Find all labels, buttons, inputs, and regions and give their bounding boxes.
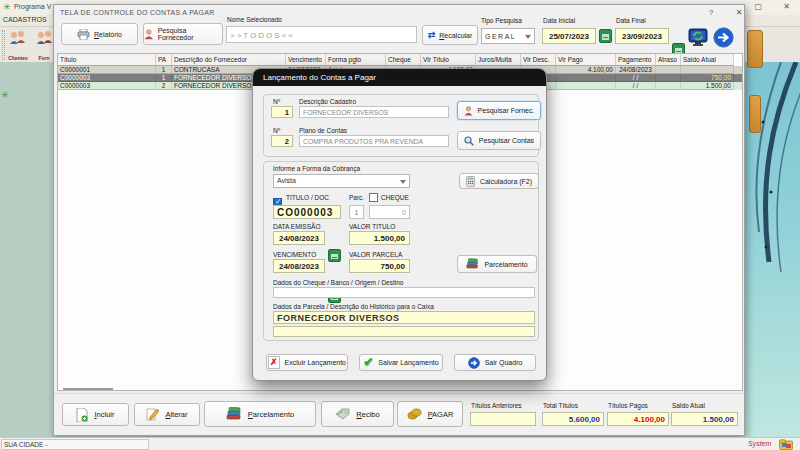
- parcelamento-button[interactable]: Parcelamento: [204, 401, 316, 427]
- column-header[interactable]: Descrição do Fornecedor: [172, 54, 286, 66]
- valor-titulo-field[interactable]: 1.500,00: [349, 231, 410, 245]
- receipt-tag-icon: [335, 408, 350, 420]
- calculadora-button[interactable]: Calculadora (F2): [459, 173, 539, 189]
- data-final-field[interactable]: 23/09/2023: [615, 28, 669, 44]
- n2-label: Nº: [273, 127, 280, 134]
- table-cell: [656, 66, 681, 74]
- refresh-monitor-button[interactable]: [688, 27, 708, 51]
- person-search-icon: [464, 106, 473, 116]
- person-icon: [144, 29, 154, 40]
- recibo-button[interactable]: Recibo: [321, 401, 394, 427]
- desktop-shortcut-icon[interactable]: [747, 30, 763, 68]
- column-header[interactable]: Título: [58, 54, 156, 66]
- table-cell: 750,00: [681, 74, 734, 82]
- menu-cadastros[interactable]: CADASTROS: [3, 16, 47, 23]
- data-inicial-field[interactable]: 25/07/2023: [542, 28, 596, 44]
- salvar-lancamento-button[interactable]: ✔ Salvar Lançamento: [359, 354, 443, 371]
- excluir-label: Excluir Lançamento: [285, 359, 346, 366]
- cheque-checkbox[interactable]: [369, 193, 378, 202]
- column-header[interactable]: Atraso: [656, 54, 681, 66]
- pagar-button[interactable]: PAGAR: [397, 401, 463, 427]
- titulo-doc-label: TITULO / DOC: [286, 194, 329, 201]
- table-cell: C0000003: [58, 74, 156, 82]
- dialog-titlebar[interactable]: Lançamento do Contas a Pagar: [253, 69, 546, 86]
- data-emissao-field[interactable]: 24/08/2023: [273, 231, 325, 245]
- saldo-atual-field: 1.500,00: [671, 412, 738, 426]
- titulos-pagos-label: Títulos Pagos: [608, 402, 648, 409]
- column-header[interactable]: Vlr Pago: [556, 54, 616, 66]
- desktop-shortcut-icon-2[interactable]: [749, 95, 761, 133]
- column-header[interactable]: Cheque: [386, 54, 421, 66]
- pesquisar-contas-button[interactable]: Pesquisar Contas: [457, 131, 541, 150]
- salvar-label: Salvar Lançamento: [378, 359, 438, 366]
- plano-numero-field[interactable]: 2: [271, 135, 293, 147]
- pagar-label: PAGAR: [428, 410, 454, 419]
- valor-titulo-label: VALOR TITULO: [349, 223, 395, 230]
- nome-selecionado-field[interactable]: >>TODOS<<: [226, 26, 417, 43]
- chevron-down-icon: [400, 180, 406, 184]
- column-header[interactable]: Juros/Multa: [476, 54, 521, 66]
- calendar-icon-emissao[interactable]: [328, 249, 341, 262]
- pesquisa-fornecedor-button[interactable]: Pesquisa Fornecedor: [143, 23, 223, 45]
- cadastro-numero-field[interactable]: 1: [271, 106, 293, 118]
- excluir-lancamento-button[interactable]: ✗ Excluir Lançamento: [266, 354, 348, 371]
- pesquisar-fornec-button[interactable]: Pesquisar Fornec.: [457, 101, 541, 120]
- incluir-button[interactable]: Incluir: [62, 403, 129, 426]
- forma-cobranca-value: Avista: [277, 177, 296, 184]
- help-icon[interactable]: ?: [704, 7, 718, 19]
- sair-quadro-button[interactable]: Sair Quadro: [454, 354, 536, 371]
- titulos-anteriores-field: [470, 412, 536, 426]
- parent-restore-icon[interactable]: ▢: [754, 2, 762, 11]
- column-header[interactable]: PA: [156, 54, 172, 66]
- titulo-doc-field[interactable]: CO000003: [273, 205, 341, 219]
- data-inicial-label: Data Inicial: [543, 17, 575, 24]
- column-header[interactable]: Pagamento: [616, 54, 656, 66]
- alterar-label: Alterar: [165, 410, 187, 419]
- parent-close-icon[interactable]: ✕: [783, 2, 790, 11]
- dados-cheque-field[interactable]: [273, 287, 535, 298]
- clients-people-icon: [8, 30, 28, 52]
- plano-contas-field[interactable]: COMPRA PRODUTOS PRA REVENDA: [299, 135, 449, 147]
- table-cell: 4.100,00: [556, 66, 616, 74]
- status-city: SUA CIDADE -: [1, 439, 149, 450]
- recalcular-button[interactable]: ⇄ Recalcular: [422, 25, 478, 45]
- vencimento-field[interactable]: 24/08/2023: [273, 259, 325, 273]
- calendar-icon-inicial[interactable]: [599, 29, 612, 43]
- suppliers-people-icon: [34, 30, 54, 52]
- exit-round-button[interactable]: [713, 27, 734, 52]
- vencimento-label: VENCIMENTO: [273, 251, 316, 258]
- column-header[interactable]: Vencimento: [286, 54, 326, 66]
- tipo-pesquisa-value: GERAL: [485, 33, 516, 40]
- descricao-cadastro-field[interactable]: FORNECEDOR DIVERSOS: [299, 106, 449, 118]
- historico-extra-field[interactable]: [273, 326, 535, 337]
- window-footer: Incluir Alterar Parcelamento Recibo PAGA…: [54, 393, 744, 435]
- forma-cobranca-select[interactable]: Avista: [273, 174, 410, 188]
- dialog-parcelamento-button[interactable]: Parcelamento: [457, 255, 537, 273]
- column-header[interactable]: Forma pgto: [326, 54, 386, 66]
- table-cell: [656, 74, 681, 82]
- close-icon[interactable]: ✕: [732, 7, 746, 19]
- historico-field[interactable]: FORNECEDOR DIVERSOS: [273, 311, 535, 324]
- tipo-pesquisa-select[interactable]: GERAL: [481, 28, 535, 44]
- alterar-button[interactable]: Alterar: [134, 403, 200, 426]
- pesquisar-fornec-label: Pesquisar Fornec.: [478, 107, 535, 114]
- column-header[interactable]: Vlr Título: [421, 54, 476, 66]
- parent-window-title: Programa V: [14, 3, 51, 10]
- table-cell: C0000001: [58, 66, 156, 74]
- valor-parcela-field[interactable]: 750,00: [349, 259, 410, 273]
- toolbar-fornecedores-button[interactable]: Forn: [33, 30, 55, 60]
- column-header[interactable]: Saldo Atual: [681, 54, 734, 66]
- horizontal-scrollbar[interactable]: [63, 388, 113, 390]
- toolbar-clientes-button[interactable]: Clientes: [7, 30, 29, 60]
- dialog-parcelamento-label: Parcelamento: [484, 261, 527, 268]
- tray-folder-icon[interactable]: [779, 439, 793, 450]
- relatorio-button[interactable]: Relatório: [61, 23, 138, 45]
- cheque-field[interactable]: 0: [369, 205, 410, 219]
- column-header[interactable]: Vlr Desc.: [521, 54, 556, 66]
- app-logo-icon: ✳: [3, 2, 11, 12]
- side-logo-icon: ✳: [1, 90, 9, 100]
- valor-parcela-label: VALOR PARCELA: [349, 251, 402, 258]
- parc-field[interactable]: 1: [349, 205, 364, 219]
- pesquisar-contas-label: Pesquisar Contas: [479, 137, 534, 144]
- recalc-arrows-icon: ⇄: [428, 30, 436, 40]
